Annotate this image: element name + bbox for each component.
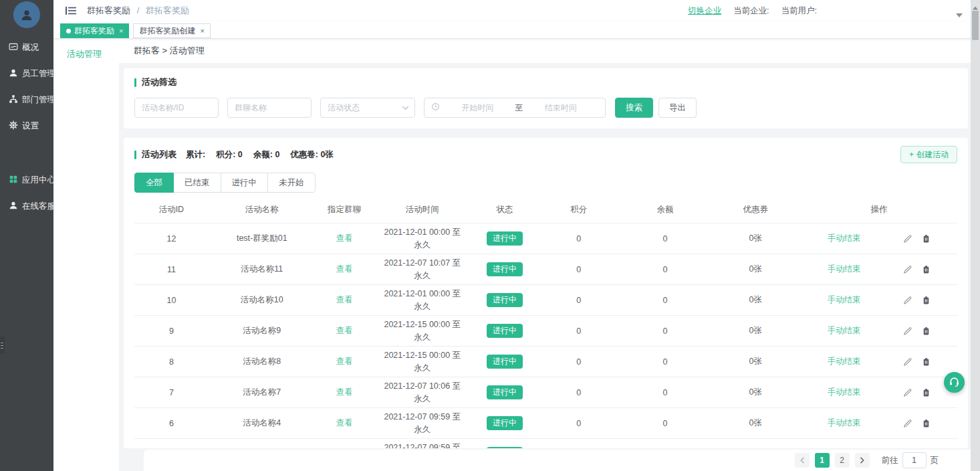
points-total: 积分: 0 <box>216 149 243 161</box>
edit-icon[interactable] <box>903 419 912 428</box>
create-activity-button[interactable]: + 创建活动 <box>900 146 957 163</box>
view-group-link[interactable]: 查看 <box>336 387 352 397</box>
sidebar-item-online-service[interactable]: 在线客服 <box>0 193 53 219</box>
manual-end-link[interactable]: 手动结束 <box>827 294 860 306</box>
group-name-input[interactable] <box>227 98 312 118</box>
activity-list-card: 活动列表 累计: 积分: 0 余额: 0 优惠卷: 0张 + 创建活动 全部 <box>124 138 968 448</box>
close-icon[interactable]: × <box>119 27 123 35</box>
manual-end-link[interactable]: 手动结束 <box>827 417 860 429</box>
manual-end-link[interactable]: 手动结束 <box>827 387 860 398</box>
manual-end-link[interactable]: 手动结束 <box>827 356 860 367</box>
breadcrumb-secondary: 群拓客奖励 <box>146 5 189 15</box>
manual-end-link[interactable]: 手动结束 <box>827 264 860 275</box>
current-company-label: 当前企业: <box>733 5 769 17</box>
view-group-link[interactable]: 查看 <box>336 264 352 274</box>
view-group-link[interactable]: 查看 <box>336 418 352 428</box>
vertical-scrollbar[interactable] <box>971 0 980 471</box>
view-group-link[interactable]: 查看 <box>336 357 352 366</box>
sidebar-item-label: 概况 <box>22 42 39 54</box>
search-button[interactable]: 搜索 <box>615 98 653 118</box>
breadcrumb-primary[interactable]: 群拓客奖励 <box>87 5 130 15</box>
page-button-2[interactable]: 2 <box>835 453 850 468</box>
cell-activity-name: 活动名称8 <box>209 355 316 369</box>
submenu-item-activity-management[interactable]: 活动管理 <box>67 48 119 60</box>
status-badge: 进行中 <box>487 355 523 368</box>
edit-icon[interactable] <box>903 388 912 397</box>
delete-icon[interactable] <box>922 388 931 397</box>
edit-icon[interactable] <box>903 357 912 367</box>
cell-activity-time: 2021-12-07 09:59 至 永久 <box>373 440 472 448</box>
avatar[interactable] <box>13 1 40 28</box>
breadcrumb: 群拓客奖励 / 群拓客奖励 <box>87 5 189 17</box>
cell-balance: 0 <box>620 294 710 306</box>
list-title: 活动列表 <box>142 149 176 161</box>
sidebar-item-app-center[interactable]: 应用中心 <box>0 167 53 193</box>
tab-all[interactable]: 全部 <box>134 173 174 193</box>
filter-card: 活动筛选 活动状态 开始时间 至 结束时间 搜索 <box>124 68 968 128</box>
cell-activity-name: 活动名称7 <box>209 385 316 399</box>
close-icon[interactable]: × <box>200 27 204 35</box>
export-button[interactable]: 导出 <box>658 98 697 118</box>
sidebar-item-label: 设置 <box>22 120 39 132</box>
date-range-picker[interactable]: 开始时间 至 结束时间 <box>424 98 606 118</box>
sidebar-item-overview[interactable]: 概况 <box>0 35 53 61</box>
switch-company-link[interactable]: 切换企业 <box>688 5 721 17</box>
customer-service-button[interactable] <box>944 372 965 393</box>
view-group-link[interactable]: 查看 <box>336 233 352 243</box>
edit-icon[interactable] <box>903 326 912 336</box>
hamburger-icon[interactable] <box>60 3 82 18</box>
cell-balance: 0 <box>620 356 710 368</box>
sidebar-item-department[interactable]: 部门管理 <box>0 87 53 113</box>
chevron-down-icon <box>402 103 409 112</box>
sidebar-item-staff[interactable]: 员工管理 <box>0 61 53 87</box>
edit-icon[interactable] <box>903 234 912 244</box>
edit-icon[interactable] <box>903 265 912 274</box>
cell-points: 0 <box>537 325 620 337</box>
table-body: 12 test-群奖励01 查看 2021-12-01 00:00 至 永久 进… <box>134 223 957 448</box>
view-group-link[interactable]: 查看 <box>336 295 352 304</box>
page-button-1[interactable]: 1 <box>815 453 830 468</box>
cell-activity-name: 活动名称4 <box>209 447 316 448</box>
prev-page-button[interactable] <box>795 453 810 468</box>
status-badge: 进行中 <box>487 416 523 430</box>
gear-icon <box>9 120 18 132</box>
delete-icon[interactable] <box>922 326 931 336</box>
scrollbar-thumb[interactable] <box>972 11 979 40</box>
edit-icon[interactable] <box>903 296 912 305</box>
manual-end-link[interactable]: 手动结束 <box>827 233 860 244</box>
col-status: 状态 <box>472 203 537 217</box>
delete-icon[interactable] <box>922 296 931 305</box>
tab-running[interactable]: 进行中 <box>221 173 269 193</box>
staff-icon <box>9 68 18 80</box>
secondary-sidebar: 活动管理 <box>53 39 119 471</box>
delete-icon[interactable] <box>922 234 931 244</box>
delete-icon[interactable] <box>922 419 931 428</box>
cell-activity-name: 活动名称9 <box>209 324 316 338</box>
activity-status-select[interactable]: 活动状态 <box>320 98 415 118</box>
tag-active[interactable]: 群拓客奖励 × <box>60 23 129 38</box>
coupon-total: 优惠卷: 0张 <box>290 149 334 161</box>
end-time-placeholder: 结束时间 <box>523 102 599 114</box>
user-dropdown-caret-icon[interactable] <box>956 9 963 19</box>
next-page-button[interactable] <box>855 453 870 468</box>
goto-page-input[interactable] <box>902 452 927 468</box>
content-header: 群拓客 > 活动管理 <box>119 39 980 63</box>
activity-name-input[interactable] <box>134 98 219 118</box>
summary-label: 累计: <box>186 149 205 161</box>
headset-icon <box>949 376 960 389</box>
tag-inactive[interactable]: 群拓客奖励创建 × <box>133 23 210 38</box>
col-activity-id: 活动ID <box>134 203 209 217</box>
service-person-icon <box>9 201 18 212</box>
view-group-link[interactable]: 查看 <box>336 326 352 335</box>
delete-icon[interactable] <box>922 265 931 274</box>
col-actions: 操作 <box>801 203 957 217</box>
manual-end-link[interactable]: 手动结束 <box>827 325 860 337</box>
drawer-handle[interactable] <box>0 337 5 354</box>
tab-not-started[interactable]: 未开始 <box>267 173 316 193</box>
tab-ended[interactable]: 已结束 <box>173 173 221 193</box>
main-sidebar: 概况 员工管理 部门管理 设置 应用中心 在线客服 <box>0 0 53 471</box>
cell-activity-id: 11 <box>134 264 209 276</box>
sidebar-item-label: 部门管理 <box>22 94 55 106</box>
sidebar-item-settings[interactable]: 设置 <box>0 113 53 139</box>
delete-icon[interactable] <box>922 357 931 367</box>
